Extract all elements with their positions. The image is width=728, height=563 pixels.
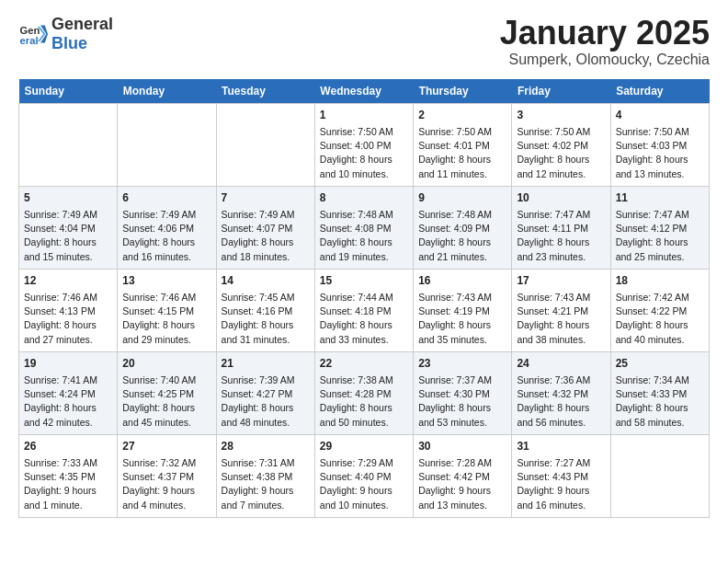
day-number: 23 bbox=[418, 356, 506, 372]
day-number: 31 bbox=[517, 439, 605, 454]
page-title: January 2025 bbox=[500, 15, 710, 52]
day-cell: 7Sunrise: 7:49 AM Sunset: 4:07 PM Daylig… bbox=[216, 186, 314, 269]
day-cell: 2Sunrise: 7:50 AM Sunset: 4:01 PM Daylig… bbox=[414, 103, 512, 186]
day-cell: 31Sunrise: 7:27 AM Sunset: 4:43 PM Dayli… bbox=[512, 434, 610, 517]
day-info: Sunrise: 7:32 AM Sunset: 4:37 PM Dayligh… bbox=[122, 457, 196, 511]
day-info: Sunrise: 7:48 AM Sunset: 4:08 PM Dayligh… bbox=[320, 209, 393, 262]
day-cell: 9Sunrise: 7:48 AM Sunset: 4:09 PM Daylig… bbox=[414, 186, 512, 269]
week-row-5: 26Sunrise: 7:33 AM Sunset: 4:35 PM Dayli… bbox=[19, 434, 710, 517]
day-info: Sunrise: 7:45 AM Sunset: 4:16 PM Dayligh… bbox=[222, 292, 295, 345]
day-info: Sunrise: 7:41 AM Sunset: 4:24 PM Dayligh… bbox=[24, 374, 97, 428]
calendar-table: SundayMondayTuesdayWednesdayThursdayFrid… bbox=[18, 79, 710, 518]
day-number: 27 bbox=[122, 439, 210, 454]
day-info: Sunrise: 7:50 AM Sunset: 4:00 PM Dayligh… bbox=[320, 126, 393, 179]
day-cell: 26Sunrise: 7:33 AM Sunset: 4:35 PM Dayli… bbox=[19, 434, 118, 517]
day-cell: 22Sunrise: 7:38 AM Sunset: 4:28 PM Dayli… bbox=[314, 351, 413, 434]
day-cell: 5Sunrise: 7:49 AM Sunset: 4:04 PM Daylig… bbox=[19, 186, 118, 269]
day-cell bbox=[610, 434, 709, 517]
page-header: Gen eral General Blue January 2025 Sumpe… bbox=[18, 15, 710, 68]
day-cell: 8Sunrise: 7:48 AM Sunset: 4:08 PM Daylig… bbox=[314, 186, 413, 269]
week-row-1: 1Sunrise: 7:50 AM Sunset: 4:00 PM Daylig… bbox=[19, 103, 710, 186]
day-info: Sunrise: 7:36 AM Sunset: 4:32 PM Dayligh… bbox=[517, 374, 590, 428]
subtitle: Sumperk, Olomoucky, Czechia bbox=[500, 52, 710, 68]
svg-text:eral: eral bbox=[20, 35, 39, 46]
day-number: 18 bbox=[616, 273, 704, 289]
day-cell: 27Sunrise: 7:32 AM Sunset: 4:37 PM Dayli… bbox=[118, 434, 216, 517]
weekday-header-wednesday: Wednesday bbox=[314, 79, 413, 104]
day-number: 21 bbox=[222, 356, 310, 372]
day-number: 6 bbox=[122, 190, 210, 206]
day-cell: 25Sunrise: 7:34 AM Sunset: 4:33 PM Dayli… bbox=[610, 351, 709, 434]
day-cell: 6Sunrise: 7:49 AM Sunset: 4:06 PM Daylig… bbox=[118, 186, 216, 269]
day-info: Sunrise: 7:33 AM Sunset: 4:35 PM Dayligh… bbox=[24, 457, 97, 511]
logo-wordmark: General Blue bbox=[51, 15, 113, 53]
week-row-2: 5Sunrise: 7:49 AM Sunset: 4:04 PM Daylig… bbox=[19, 186, 710, 269]
day-number: 5 bbox=[24, 190, 112, 206]
day-number: 28 bbox=[222, 439, 310, 454]
day-cell: 15Sunrise: 7:44 AM Sunset: 4:18 PM Dayli… bbox=[314, 269, 413, 351]
day-info: Sunrise: 7:49 AM Sunset: 4:04 PM Dayligh… bbox=[24, 209, 97, 262]
day-info: Sunrise: 7:46 AM Sunset: 4:15 PM Dayligh… bbox=[122, 292, 196, 345]
day-number: 19 bbox=[24, 356, 112, 372]
day-number: 4 bbox=[616, 108, 704, 123]
day-info: Sunrise: 7:47 AM Sunset: 4:11 PM Dayligh… bbox=[517, 209, 590, 262]
day-cell: 13Sunrise: 7:46 AM Sunset: 4:15 PM Dayli… bbox=[118, 269, 216, 351]
day-number: 11 bbox=[616, 190, 704, 206]
day-cell: 20Sunrise: 7:40 AM Sunset: 4:25 PM Dayli… bbox=[118, 351, 216, 434]
day-info: Sunrise: 7:44 AM Sunset: 4:18 PM Dayligh… bbox=[320, 292, 393, 345]
day-number: 10 bbox=[517, 190, 605, 206]
day-cell: 23Sunrise: 7:37 AM Sunset: 4:30 PM Dayli… bbox=[414, 351, 512, 434]
day-cell: 28Sunrise: 7:31 AM Sunset: 4:38 PM Dayli… bbox=[216, 434, 314, 517]
logo-general: General bbox=[51, 15, 113, 33]
day-cell: 14Sunrise: 7:45 AM Sunset: 4:16 PM Dayli… bbox=[216, 269, 314, 351]
day-cell: 18Sunrise: 7:42 AM Sunset: 4:22 PM Dayli… bbox=[610, 269, 709, 351]
weekday-header-saturday: Saturday bbox=[610, 79, 709, 104]
logo: Gen eral General Blue bbox=[18, 15, 113, 53]
day-cell: 12Sunrise: 7:46 AM Sunset: 4:13 PM Dayli… bbox=[19, 269, 118, 351]
day-cell bbox=[118, 103, 216, 186]
day-info: Sunrise: 7:48 AM Sunset: 4:09 PM Dayligh… bbox=[418, 209, 492, 262]
day-number: 9 bbox=[418, 190, 506, 206]
day-cell: 3Sunrise: 7:50 AM Sunset: 4:02 PM Daylig… bbox=[512, 103, 610, 186]
day-cell: 10Sunrise: 7:47 AM Sunset: 4:11 PM Dayli… bbox=[512, 186, 610, 269]
day-number: 12 bbox=[24, 273, 112, 289]
day-info: Sunrise: 7:39 AM Sunset: 4:27 PM Dayligh… bbox=[222, 374, 295, 428]
day-info: Sunrise: 7:49 AM Sunset: 4:07 PM Dayligh… bbox=[222, 209, 295, 262]
day-cell: 16Sunrise: 7:43 AM Sunset: 4:19 PM Dayli… bbox=[414, 269, 512, 351]
day-number: 1 bbox=[320, 108, 408, 123]
day-info: Sunrise: 7:50 AM Sunset: 4:03 PM Dayligh… bbox=[616, 126, 689, 179]
title-area: January 2025 Sumperk, Olomoucky, Czechia bbox=[500, 15, 710, 68]
day-info: Sunrise: 7:49 AM Sunset: 4:06 PM Dayligh… bbox=[122, 209, 196, 262]
day-cell bbox=[19, 103, 118, 186]
weekday-header-monday: Monday bbox=[118, 79, 216, 104]
svg-text:Gen: Gen bbox=[20, 25, 40, 36]
day-cell: 1Sunrise: 7:50 AM Sunset: 4:00 PM Daylig… bbox=[314, 103, 413, 186]
day-cell: 4Sunrise: 7:50 AM Sunset: 4:03 PM Daylig… bbox=[610, 103, 709, 186]
day-info: Sunrise: 7:50 AM Sunset: 4:01 PM Dayligh… bbox=[418, 126, 492, 179]
day-number: 2 bbox=[418, 108, 506, 123]
day-info: Sunrise: 7:38 AM Sunset: 4:28 PM Dayligh… bbox=[320, 374, 393, 428]
day-cell: 29Sunrise: 7:29 AM Sunset: 4:40 PM Dayli… bbox=[314, 434, 413, 517]
day-number: 13 bbox=[122, 273, 210, 289]
week-row-4: 19Sunrise: 7:41 AM Sunset: 4:24 PM Dayli… bbox=[19, 351, 710, 434]
day-number: 16 bbox=[418, 273, 506, 289]
week-row-3: 12Sunrise: 7:46 AM Sunset: 4:13 PM Dayli… bbox=[19, 269, 710, 351]
day-number: 20 bbox=[122, 356, 210, 372]
calendar-body: 1Sunrise: 7:50 AM Sunset: 4:00 PM Daylig… bbox=[19, 103, 710, 517]
day-number: 26 bbox=[24, 439, 112, 454]
weekday-header-row: SundayMondayTuesdayWednesdayThursdayFrid… bbox=[19, 79, 710, 104]
day-cell: 19Sunrise: 7:41 AM Sunset: 4:24 PM Dayli… bbox=[19, 351, 118, 434]
day-info: Sunrise: 7:43 AM Sunset: 4:21 PM Dayligh… bbox=[517, 292, 590, 345]
logo-icon: Gen eral bbox=[18, 19, 48, 49]
day-info: Sunrise: 7:27 AM Sunset: 4:43 PM Dayligh… bbox=[517, 457, 590, 511]
day-info: Sunrise: 7:37 AM Sunset: 4:30 PM Dayligh… bbox=[418, 374, 492, 428]
day-cell: 11Sunrise: 7:47 AM Sunset: 4:12 PM Dayli… bbox=[610, 186, 709, 269]
day-info: Sunrise: 7:40 AM Sunset: 4:25 PM Dayligh… bbox=[122, 374, 196, 428]
day-number: 14 bbox=[222, 273, 310, 289]
day-info: Sunrise: 7:29 AM Sunset: 4:40 PM Dayligh… bbox=[320, 457, 393, 511]
day-number: 15 bbox=[320, 273, 408, 289]
day-number: 24 bbox=[517, 356, 605, 372]
day-number: 8 bbox=[320, 190, 408, 206]
weekday-header-tuesday: Tuesday bbox=[216, 79, 314, 104]
day-info: Sunrise: 7:46 AM Sunset: 4:13 PM Dayligh… bbox=[24, 292, 97, 345]
